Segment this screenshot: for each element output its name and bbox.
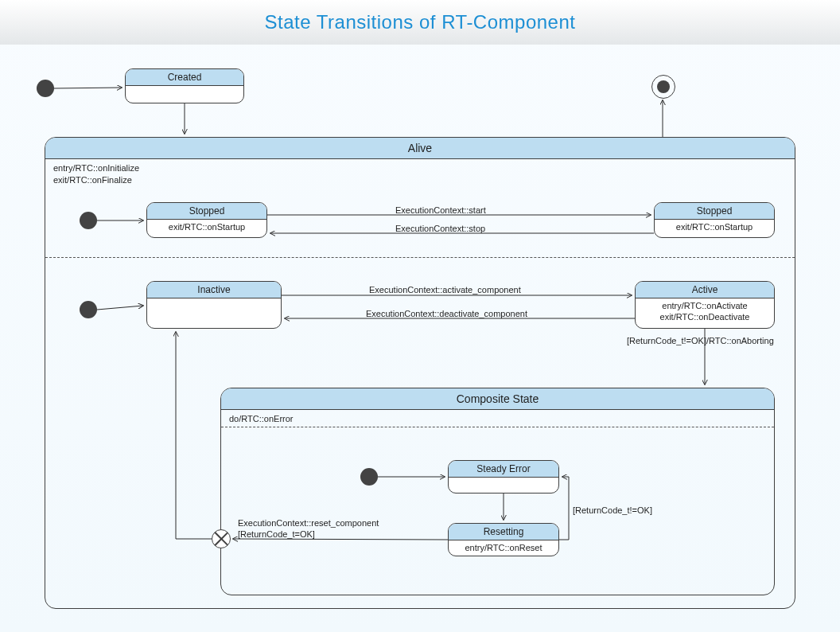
composite-separator xyxy=(221,427,774,427)
transition-label-abort: [ReturnCode_t!=OK]/RTC::onAborting xyxy=(627,336,774,345)
final-node xyxy=(651,75,675,99)
state-stopped-left-body: exit/RTC::onStartup xyxy=(147,220,266,236)
state-steady-error: Steady Error xyxy=(448,460,559,494)
initial-node-top xyxy=(37,80,54,97)
state-inactive-body xyxy=(147,298,281,303)
svg-line-0 xyxy=(54,88,122,88)
title-bar: State Transitions of RT-Component xyxy=(0,0,840,45)
alive-entry-line: entry/RTC::onInitialize xyxy=(53,162,787,174)
diagram-title: State Transitions of RT-Component xyxy=(265,11,576,33)
state-composite-name: Composite State xyxy=(221,388,774,410)
initial-node-region2 xyxy=(80,301,97,318)
state-inactive-name: Inactive xyxy=(147,282,281,298)
state-steady-error-body xyxy=(449,478,558,482)
transition-label-steady-guard: [ReturnCode_t!=OK] xyxy=(573,505,652,515)
exit-point-composite xyxy=(212,529,231,548)
state-stopped-right-body: exit/RTC::onStartup xyxy=(655,220,774,236)
state-created-name: Created xyxy=(126,69,243,86)
transition-label-reset-guard: [ReturnCode_t=OK] xyxy=(238,529,315,539)
active-entry: entry/RTC::onActivate xyxy=(640,301,769,312)
state-steady-error-name: Steady Error xyxy=(449,461,558,478)
state-inactive: Inactive xyxy=(146,281,282,329)
state-resetting: Resetting entry/RTC::onReset xyxy=(448,523,559,556)
state-stopped-right: Stopped exit/RTC::onStartup xyxy=(654,202,775,238)
state-created: Created xyxy=(125,68,244,103)
alive-region-separator xyxy=(45,257,795,258)
transition-label-stop: ExecutionContext::stop xyxy=(395,224,485,233)
state-active-name: Active xyxy=(636,282,774,298)
diagram-canvas: State Transitions of RT-Component Create… xyxy=(0,0,840,632)
state-resetting-body: entry/RTC::onReset xyxy=(449,540,558,556)
transition-label-deactivate: ExecutionContext::deactivate_component xyxy=(366,309,527,318)
state-active: Active entry/RTC::onActivate exit/RTC::o… xyxy=(635,281,775,329)
state-alive-name: Alive xyxy=(45,138,795,159)
initial-node-region1 xyxy=(80,212,97,229)
state-composite-do: do/RTC::onError xyxy=(221,410,774,428)
state-created-body xyxy=(126,86,243,91)
state-stopped-left-name: Stopped xyxy=(147,203,266,220)
state-alive-actions: entry/RTC::onInitialize exit/RTC::onFina… xyxy=(45,159,795,189)
state-stopped-left: Stopped exit/RTC::onStartup xyxy=(146,202,267,238)
transition-label-start: ExecutionContext::start xyxy=(395,205,486,215)
active-exit: exit/RTC::onDeactivate xyxy=(640,312,769,323)
transition-label-reset-comp: ExecutionContext::reset_component xyxy=(238,518,379,528)
state-resetting-name: Resetting xyxy=(449,524,558,540)
transition-label-activate: ExecutionContext::activate_component xyxy=(369,285,521,295)
state-active-body: entry/RTC::onActivate exit/RTC::onDeacti… xyxy=(636,298,774,326)
state-stopped-right-name: Stopped xyxy=(655,203,774,220)
initial-node-composite xyxy=(360,468,378,486)
final-node-dot xyxy=(657,80,670,93)
alive-exit-line: exit/RTC::onFinalize xyxy=(53,174,787,186)
